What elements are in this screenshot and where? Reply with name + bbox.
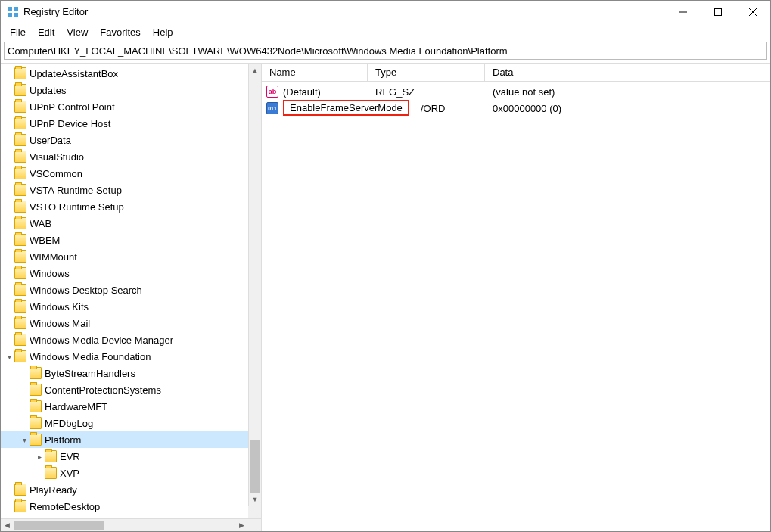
address-text: Computer\HKEY_LOCAL_MACHINE\SOFTWARE\WOW… [8,45,508,57]
tree-item-label: Windows Kits [30,301,89,313]
chevron-right-icon [4,168,14,179]
scroll-right-button[interactable]: ▶ [235,519,248,532]
folder-icon [14,234,26,246]
scroll-down-button[interactable]: ▼ [249,493,261,506]
value-data: 0x00000000 (0) [493,103,770,114]
value-row[interactable]: 011/ORD0x00000000 (0)EnableFrameServerMo… [262,100,770,117]
tree-item-label: Windows Media Device Manager [30,334,173,346]
folder-icon [14,284,26,296]
folder-icon [14,67,26,79]
tree-item[interactable]: UserData [1,132,261,148]
scroll-thumb[interactable] [250,440,260,493]
tree-item[interactable]: WBEM [1,232,261,248]
scroll-left-button[interactable]: ◀ [1,519,14,532]
folder-icon [14,201,26,213]
folder-icon [14,151,26,163]
chevron-down-icon[interactable]: ▾ [19,434,30,445]
chevron-right-icon [4,251,14,262]
minimize-button[interactable] [666,1,701,23]
tree-item[interactable]: UPnP Device Host [1,115,261,132]
tree-item-label: PlayReady [30,484,77,496]
folder-icon [30,434,42,446]
tree-item[interactable]: Windows [1,265,261,282]
tree-item[interactable]: UpdateAssistantBox [1,65,261,82]
tree-item-label: VSTA Runtime Setup [30,185,122,196]
tree-item[interactable]: PlayReady [1,481,261,498]
maximize-button[interactable] [701,1,735,23]
column-header-name[interactable]: Name [262,64,368,81]
folder-icon [14,484,26,496]
tree-item[interactable]: ByteStreamHandlers [1,365,261,381]
menu-file[interactable]: File [4,25,32,39]
folder-icon [14,250,26,263]
menu-view[interactable]: View [61,25,94,39]
tree-item[interactable]: ▸EVR [1,448,261,465]
window-caption-buttons [666,1,770,23]
folder-icon [14,267,26,279]
svg-rect-5 [715,8,722,15]
chevron-down-icon[interactable]: ▾ [4,351,14,362]
folder-icon [30,417,42,429]
chevron-right-icon [4,218,14,229]
tree-item[interactable]: Windows Mail [1,315,261,331]
folder-icon [14,350,26,362]
tree-item[interactable]: RemoteDesktop [1,498,261,515]
close-button[interactable] [735,1,770,23]
hscroll-thumb[interactable] [14,521,104,530]
chevron-right-icon[interactable]: ▸ [34,451,45,462]
tree-item[interactable]: VSTO Runtime Setup [1,198,261,215]
chevron-right-icon [4,318,14,328]
tree-item[interactable]: WIMMount [1,248,261,265]
chevron-right-icon [4,285,14,295]
chevron-right-icon [4,68,14,79]
tree-item[interactable]: VSTA Runtime Setup [1,182,261,198]
tree-item[interactable]: MFDbgLog [1,415,261,431]
menu-edit[interactable]: Edit [32,25,61,39]
values-body: ab(Default)REG_SZ(value not set)011/ORD0… [262,82,770,531]
folder-icon [14,500,26,512]
tree-item[interactable]: UPnP Control Point [1,98,261,115]
tree-item[interactable]: Windows Desktop Search [1,282,261,298]
tree-item[interactable]: Windows Media Device Manager [1,331,261,348]
folder-icon [30,367,42,379]
menu-favorites[interactable]: Favorites [94,25,146,39]
tree-scroll[interactable]: UpdateAssistantBoxUpdatesUPnP Control Po… [1,64,261,518]
tree-item[interactable]: ▾Windows Media Foundation [1,348,261,365]
scroll-track[interactable] [249,76,261,493]
tree-item-label: Updates [30,85,66,96]
folder-icon [45,467,57,479]
address-bar[interactable]: Computer\HKEY_LOCAL_MACHINE\SOFTWARE\WOW… [4,42,767,60]
tree-item[interactable]: ▾Platform [1,431,261,448]
tree-item[interactable]: HardwareMFT [1,398,261,415]
tree-item-label: VisualStudio [30,151,84,163]
tree-item[interactable]: VSCommon [1,165,261,182]
chevron-right-icon [19,384,30,395]
vertical-scrollbar[interactable]: ▲ ▼ [248,64,261,506]
column-header-type[interactable]: Type [368,64,485,81]
tree-item-label: UPnP Device Host [30,118,110,129]
tree-item[interactable]: ContentProtectionSystems [1,381,261,398]
scroll-up-button[interactable]: ▲ [249,64,261,76]
tree-item-label: UserData [30,135,71,146]
tree-item[interactable]: Windows Kits [1,298,261,315]
tree-item[interactable]: Updates [1,82,261,98]
scroll-corner [248,506,261,518]
chevron-right-icon [19,401,30,412]
horizontal-scrollbar[interactable]: ◀ ▶ [1,518,261,531]
chevron-right-icon [19,418,30,428]
tree-item-label: RemoteDesktop [30,501,100,512]
menu-help[interactable]: Help [147,25,179,39]
hscroll-track[interactable] [14,519,235,531]
chevron-right-icon [19,368,30,378]
tree-item[interactable]: XVP [1,465,261,481]
column-header-data[interactable]: Data [485,64,770,81]
chevron-right-icon [4,101,14,112]
value-row[interactable]: ab(Default)REG_SZ(value not set) [262,83,770,100]
tree-item[interactable]: VisualStudio [1,148,261,165]
values-panel: Name Type Data ab(Default)REG_SZ(value n… [262,64,770,531]
tree-item-label: EVR [60,451,80,462]
tree-item[interactable]: WAB [1,215,261,232]
rename-input[interactable]: EnableFrameServerMode [283,100,409,116]
svg-rect-0 [8,7,12,11]
folder-icon [14,317,26,329]
